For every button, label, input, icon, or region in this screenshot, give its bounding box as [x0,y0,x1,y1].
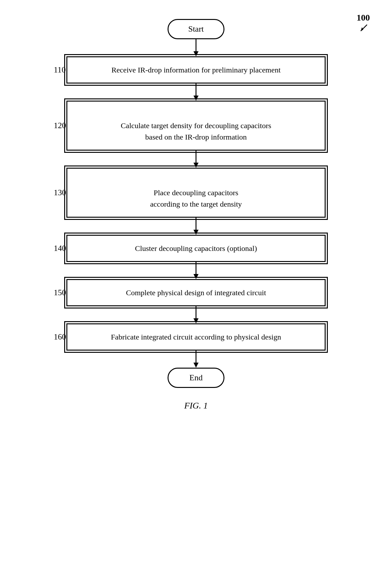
step-row-110: 110 ⌒ Receive IR-drop information for pr… [54,56,338,84]
step-row-140: 140 ⌒ Cluster decoupling capacitors (opt… [54,235,338,262]
svg-marker-1 [361,27,363,31]
arrow-icon [193,151,199,168]
arrow-icon [193,351,199,368]
arrow-icon [193,84,199,101]
process-box-130: Place decoupling capacitors according to… [66,168,326,218]
process-box-110: Receive IR-drop information for prelimin… [66,56,326,84]
step-row-160: 160 ⌒ Fabricate integrated circuit accor… [54,323,338,351]
svg-marker-7 [193,163,199,168]
arrow-icon [193,39,199,56]
svg-marker-15 [193,363,199,368]
step-row-150: 150 ⌒ Complete physical design of integr… [54,279,338,306]
arrow-icon [193,306,199,323]
svg-marker-13 [193,318,199,323]
flowchart: Start 110 ⌒ Receive IR-drop information … [54,19,338,388]
svg-marker-5 [193,96,199,101]
diagonal-arrow-icon [358,23,369,34]
step-row-130: 130 ⌒ Place decoupling capacitors accord… [54,168,338,218]
arrow-icon [193,262,199,279]
process-box-160: Fabricate integrated circuit according t… [66,323,326,351]
figure-caption: FIG. 1 [184,401,208,411]
svg-marker-9 [193,230,199,235]
svg-marker-11 [193,274,199,279]
diagram-container: 100 Start 110 ⌒ Receive IR-drop informat… [0,0,392,567]
process-box-140: Cluster decoupling capacitors (optional) [66,235,326,262]
start-terminal: Start [168,19,224,39]
arrow-icon [193,218,199,235]
process-box-120: Calculate target density for decoupling … [66,101,326,151]
process-box-150: Complete physical design of integrated c… [66,279,326,306]
svg-marker-3 [193,51,199,56]
end-terminal: End [168,368,224,388]
figure-number-top: 100 [357,13,370,23]
step-row-120: 120 ⌒ Calculate target density for decou… [54,101,338,151]
